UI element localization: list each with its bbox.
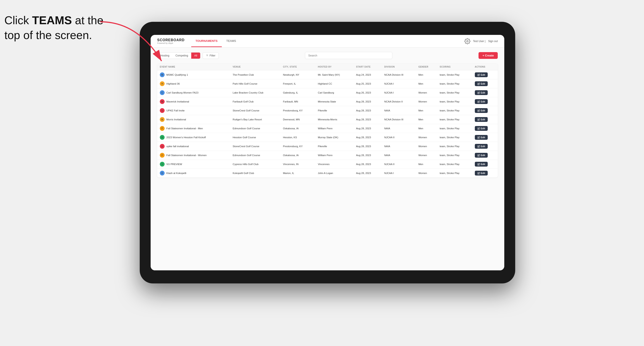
cell-hosted-by: William Penn [315,151,354,160]
edit-btn[interactable]: Edit [475,144,488,149]
cell-hosted-by: Vincennes [315,160,354,169]
edit-icon [478,101,480,103]
col-city-state: CITY, STATE [280,63,315,70]
edit-btn[interactable]: Edit [475,81,488,86]
cell-scoring: team, Stroke Play [437,124,472,133]
event-icon: M [160,117,164,122]
cell-scoring: team, Stroke Play [437,133,472,142]
cell-gender: Men [416,115,437,124]
svg-point-1 [466,40,468,42]
edit-btn[interactable]: Edit [475,99,488,104]
table-row: U UPKE Fall Invite StoneCrest Golf Cours… [157,106,498,115]
edit-btn[interactable]: Edit [475,135,488,140]
cell-venue: Lake Bracken Country Club [230,88,280,97]
all-filter-btn[interactable]: All [191,52,200,59]
edit-btn[interactable]: Edit [475,153,488,158]
cell-event-name: U upike fall invitational [157,142,230,151]
cell-hosted-by: Minnesota-Morris [315,115,354,124]
cell-actions: Edit [472,169,498,178]
cell-hosted-by: Minnesota State [315,97,354,106]
cell-actions: Edit [472,160,498,169]
table-row: F Fall Statesmen Invitational - Men Edmu… [157,124,498,133]
cell-start-date: Aug 26, 2023 [354,88,382,97]
table-row: V VU PREVIEW Cypress Hills Golf Club Vin… [157,160,498,169]
cell-event-name: F Fall Statesmen Invitational - Women [157,151,230,160]
hosting-filter-btn[interactable]: Hosting [158,52,172,59]
main-nav: TOURNAMENTS TEAMS [191,35,464,47]
cell-city-state: Newburgh, NY [280,70,315,79]
event-icon: H [160,81,164,86]
cell-start-date: Aug 25, 2023 [354,79,382,88]
edit-icon [478,92,480,94]
edit-btn[interactable]: Edit [475,117,488,122]
filter-icon [206,54,208,57]
filter-bar: Hosting Competing All Filter + Create [157,52,498,59]
cell-hosted-by: Carl Sandburg [315,88,354,97]
event-icon: U [160,144,164,149]
cell-city-state: Freeport, IL [280,79,315,88]
tab-tournaments[interactable]: TOURNAMENTS [191,35,222,47]
cell-city-state: Vincennes, IN [280,160,315,169]
cell-actions: Edit [472,124,498,133]
edit-icon [478,109,480,112]
content-area: Hosting Competing All Filter + Create [151,47,504,270]
app-logo-sub: Powered by clippit [157,42,185,44]
cell-start-date: Aug 28, 2023 [354,97,382,106]
edit-btn[interactable]: Edit [475,90,488,95]
sign-out-link[interactable]: Sign out [488,40,498,43]
cell-hosted-by: John A Logan [315,169,354,178]
cell-scoring: team, Stroke Play [437,106,472,115]
cell-hosted-by: Highland CC [315,79,354,88]
filter-options-btn[interactable]: Filter [202,52,219,59]
cell-event-name: M MSMC Qualifying 1 [157,70,230,79]
cell-venue: Faribault Golf Club [230,97,280,106]
table-row: K Klash at Kokopelli Kokopelli Golf Club… [157,169,498,178]
cell-gender: Women [416,142,437,151]
settings-icon[interactable] [464,38,470,44]
col-gender: GENDER [416,63,437,70]
cell-actions: Edit [472,142,498,151]
cell-hosted-by: Murray State (OK) [315,133,354,142]
filter-btn-group: Hosting Competing All [157,52,200,59]
edit-btn[interactable]: Edit [475,171,488,175]
cell-scoring: team, Stroke Play [437,97,472,106]
cell-start-date: Aug 28, 2023 [354,106,382,115]
cell-scoring: team, Stroke Play [437,88,472,97]
cell-division: NAIA [382,124,416,133]
cell-gender: Men [416,124,437,133]
cell-city-state: Prestonsburg, KY [280,142,315,151]
cell-venue: The Powelton Club [230,70,280,79]
table-row: U upike fall invitational StoneCrest Gol… [157,142,498,151]
cell-gender: Women [416,97,437,106]
cell-gender: Men [416,106,437,115]
search-bar-area [221,52,476,59]
cell-scoring: team, Stroke Play [437,160,472,169]
cell-city-state: Galesburg, IL [280,88,315,97]
cell-gender: Men [416,70,437,79]
cell-venue: Kokopelli Golf Club [230,169,280,178]
create-tournament-btn[interactable]: + Create [478,52,498,59]
competing-filter-btn[interactable]: Competing [172,52,191,59]
col-event-name: EVENT NAME [157,63,230,70]
cell-division: NCAA Division II [382,97,416,106]
edit-icon [478,172,480,174]
cell-venue: Edmundson Golf Course [230,124,280,133]
col-start-date: START DATE [354,63,382,70]
edit-btn[interactable]: Edit [475,72,488,77]
tab-teams[interactable]: TEAMS [222,35,240,47]
tablet-frame: SCOREBOARD Powered by clippit TOURNAMENT… [140,22,515,283]
col-division: DIVISION [382,63,416,70]
cell-venue: StoneCrest Golf Course [230,106,280,115]
user-name: Test User | [473,40,486,43]
edit-icon [478,83,480,85]
cell-gender: Men [416,160,437,169]
cell-city-state: Marion, IL [280,169,315,178]
search-input[interactable] [305,52,392,59]
cell-event-name: V VU PREVIEW [157,160,230,169]
instruction-text: Click TEAMS at the top of the screen. [4,13,104,42]
table-row: M MSMC Qualifying 1 The Powelton Club Ne… [157,70,498,79]
edit-btn[interactable]: Edit [475,108,488,113]
edit-btn[interactable]: Edit [475,126,488,131]
edit-btn[interactable]: Edit [475,162,488,167]
cell-start-date: Aug 28, 2023 [354,142,382,151]
